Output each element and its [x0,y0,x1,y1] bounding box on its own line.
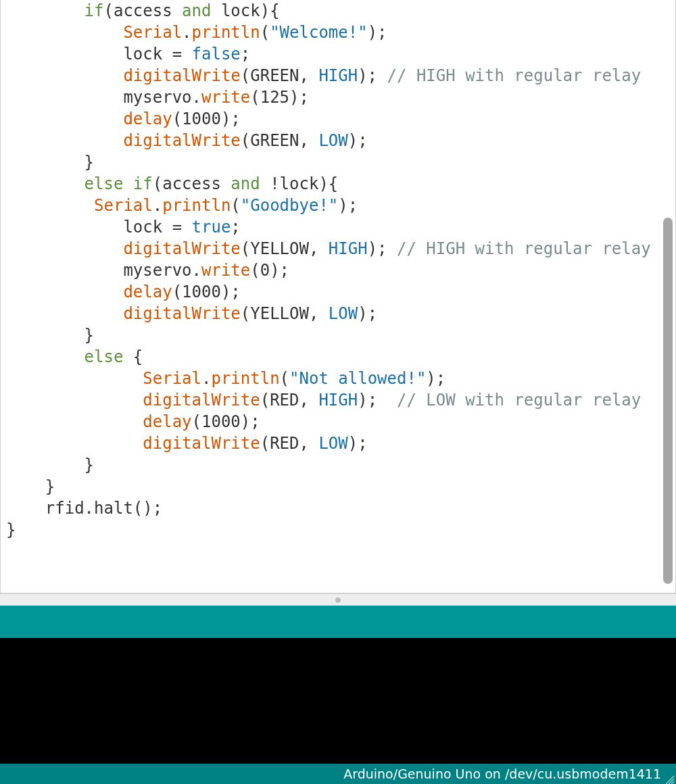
code-line: digitalWrite(YELLOW, LOW); [6,303,675,324]
code-line: if(access and lock){ [6,0,675,22]
code-line: digitalWrite(RED, HIGH); // LOW with reg… [6,389,675,411]
board-port-label: Arduino/Genuino Uno on /dev/cu.usbmodem1… [343,766,661,781]
code-line: } [6,151,675,173]
code-line: lock = true; [6,216,675,238]
vertical-scrollbar[interactable] [662,0,674,593]
code-line: digitalWrite(RED, LOW); [6,433,675,454]
splitter-grip-icon [335,597,341,603]
pane-splitter[interactable] [0,593,676,606]
code-line: } [6,454,675,476]
code-line: } [6,519,675,541]
code-line: Serial.println("Goodbye!"); [6,195,675,216]
code-line: delay(1000); [6,411,675,433]
code-line: rfid.halt(); [6,497,675,519]
scroll-thumb[interactable] [663,218,673,584]
code-editor-pane: if(access and lock){ Serial.println("Wel… [0,0,676,593]
code-line: else { [6,346,675,368]
message-bar [0,606,676,638]
code-line: Serial.println("Not allowed!"); [6,368,675,389]
code-line: delay(1000); [6,281,675,303]
code-line: digitalWrite(YELLOW, HIGH); // HIGH with… [6,238,675,260]
code-line: } [6,476,675,497]
arduino-ide-window: if(access and lock){ Serial.println("Wel… [0,0,676,784]
code-line: myservo.write(125); [6,87,675,108]
svg-line-1 [669,779,674,784]
output-console[interactable] [0,638,676,764]
code-line: delay(1000); [6,108,675,130]
code-line: else if(access and !lock){ [6,173,675,195]
code-line: digitalWrite(GREEN, LOW); [6,130,675,151]
code-line: lock = false; [6,43,675,65]
code-editor[interactable]: if(access and lock){ Serial.println("Wel… [1,0,675,593]
code-line: digitalWrite(GREEN, HIGH); // HIGH with … [6,65,675,87]
code-line: Serial.println("Welcome!"); [6,22,675,43]
code-line: } [6,324,675,346]
status-bar: Arduino/Genuino Uno on /dev/cu.usbmodem1… [0,764,676,784]
svg-line-2 [671,781,674,784]
code-line: myservo.write(0); [6,260,675,281]
window-resize-grip-icon[interactable] [664,773,675,783]
